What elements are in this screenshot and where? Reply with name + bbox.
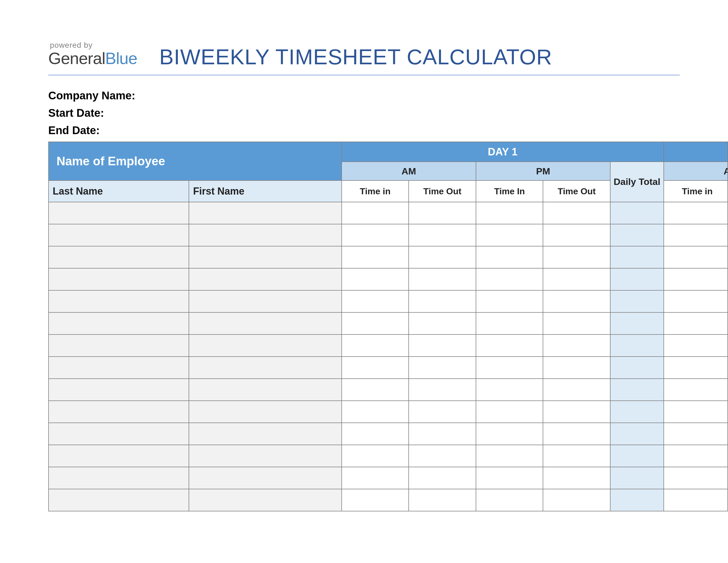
cell-pm-out[interactable] (543, 401, 610, 423)
cell-pm-out[interactable] (543, 335, 610, 357)
cell-am-out[interactable] (409, 423, 476, 445)
cell-first-name[interactable] (189, 202, 342, 224)
cell-first-name[interactable] (189, 379, 342, 401)
cell-am-in[interactable] (342, 445, 409, 467)
cell-am-out[interactable] (409, 357, 476, 379)
cell-am-out[interactable] (409, 202, 476, 224)
cell-pm-out[interactable] (543, 423, 610, 445)
cell-am-out[interactable] (409, 445, 476, 467)
cell-am-in-2[interactable] (664, 357, 728, 379)
cell-am-out[interactable] (409, 313, 476, 335)
cell-pm-out[interactable] (543, 467, 610, 489)
cell-am-in[interactable] (342, 489, 409, 511)
cell-pm-out[interactable] (543, 268, 610, 290)
cell-last-name[interactable] (49, 379, 189, 401)
cell-daily-total[interactable] (610, 290, 664, 313)
cell-first-name[interactable] (189, 335, 342, 357)
cell-daily-total[interactable] (610, 202, 664, 224)
cell-first-name[interactable] (189, 268, 342, 290)
cell-am-out[interactable] (409, 467, 476, 489)
cell-am-in[interactable] (342, 401, 409, 423)
cell-pm-in[interactable] (476, 357, 543, 379)
cell-daily-total[interactable] (610, 335, 664, 357)
cell-am-out[interactable] (409, 489, 476, 511)
cell-pm-in[interactable] (476, 246, 543, 268)
cell-am-in[interactable] (342, 423, 409, 445)
cell-daily-total[interactable] (610, 467, 664, 489)
cell-first-name[interactable] (189, 401, 342, 423)
cell-pm-in[interactable] (476, 335, 543, 357)
cell-first-name[interactable] (189, 423, 342, 445)
cell-pm-in[interactable] (476, 290, 543, 313)
cell-am-in-2[interactable] (664, 445, 728, 467)
cell-first-name[interactable] (189, 313, 342, 335)
cell-am-in[interactable] (342, 357, 409, 379)
cell-daily-total[interactable] (610, 401, 664, 423)
cell-last-name[interactable] (49, 467, 189, 489)
cell-am-in-2[interactable] (664, 467, 728, 489)
cell-am-out[interactable] (409, 335, 476, 357)
cell-pm-in[interactable] (476, 489, 543, 511)
cell-last-name[interactable] (49, 224, 189, 246)
cell-first-name[interactable] (189, 489, 342, 511)
cell-am-in-2[interactable] (664, 202, 728, 224)
cell-daily-total[interactable] (610, 489, 664, 511)
cell-am-out[interactable] (409, 268, 476, 290)
cell-last-name[interactable] (49, 489, 189, 511)
cell-daily-total[interactable] (610, 224, 664, 246)
cell-am-in[interactable] (342, 379, 409, 401)
cell-daily-total[interactable] (610, 423, 664, 445)
cell-am-in-2[interactable] (664, 290, 728, 313)
cell-pm-in[interactable] (476, 202, 543, 224)
cell-pm-out[interactable] (543, 246, 610, 268)
cell-pm-out[interactable] (543, 202, 610, 224)
cell-last-name[interactable] (49, 246, 189, 268)
cell-pm-out[interactable] (543, 357, 610, 379)
cell-daily-total[interactable] (610, 246, 664, 268)
cell-am-in-2[interactable] (664, 335, 728, 357)
cell-daily-total[interactable] (610, 313, 664, 335)
cell-pm-out[interactable] (543, 445, 610, 467)
cell-pm-in[interactable] (476, 401, 543, 423)
cell-am-in[interactable] (342, 313, 409, 335)
cell-first-name[interactable] (189, 467, 342, 489)
cell-first-name[interactable] (189, 445, 342, 467)
cell-pm-in[interactable] (476, 268, 543, 290)
cell-pm-in[interactable] (476, 445, 543, 467)
cell-am-out[interactable] (409, 379, 476, 401)
cell-last-name[interactable] (49, 445, 189, 467)
cell-first-name[interactable] (189, 224, 342, 246)
cell-am-in-2[interactable] (664, 268, 728, 290)
cell-pm-in[interactable] (476, 467, 543, 489)
cell-pm-in[interactable] (476, 423, 543, 445)
cell-am-in[interactable] (342, 268, 409, 290)
cell-first-name[interactable] (189, 246, 342, 268)
cell-daily-total[interactable] (610, 445, 664, 467)
cell-am-in-2[interactable] (664, 224, 728, 246)
cell-am-out[interactable] (409, 224, 476, 246)
cell-am-out[interactable] (409, 401, 476, 423)
cell-am-in[interactable] (342, 290, 409, 313)
cell-am-in-2[interactable] (664, 246, 728, 268)
cell-pm-out[interactable] (543, 379, 610, 401)
cell-last-name[interactable] (49, 202, 189, 224)
cell-pm-out[interactable] (543, 224, 610, 246)
cell-last-name[interactable] (49, 357, 189, 379)
cell-pm-in[interactable] (476, 379, 543, 401)
cell-daily-total[interactable] (610, 357, 664, 379)
cell-am-in-2[interactable] (664, 401, 728, 423)
cell-daily-total[interactable] (610, 268, 664, 290)
cell-first-name[interactable] (189, 357, 342, 379)
cell-pm-out[interactable] (543, 313, 610, 335)
cell-am-out[interactable] (409, 246, 476, 268)
cell-am-in[interactable] (342, 335, 409, 357)
cell-first-name[interactable] (189, 290, 342, 313)
cell-am-in-2[interactable] (664, 489, 728, 511)
cell-last-name[interactable] (49, 268, 189, 290)
cell-last-name[interactable] (49, 335, 189, 357)
cell-am-in-2[interactable] (664, 379, 728, 401)
cell-am-in[interactable] (342, 202, 409, 224)
cell-last-name[interactable] (49, 401, 189, 423)
cell-am-in[interactable] (342, 246, 409, 268)
cell-am-in-2[interactable] (664, 313, 728, 335)
